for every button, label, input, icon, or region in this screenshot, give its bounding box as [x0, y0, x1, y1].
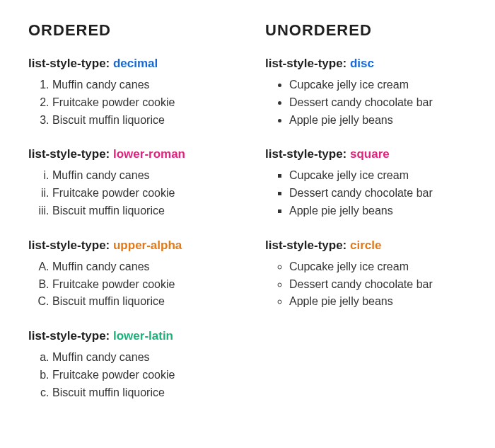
list-item: Cupcake jelly ice cream [289, 258, 467, 276]
list-item: Biscuit muffin liquorice [52, 112, 230, 130]
block-title-circle: list-style-type: circle [265, 239, 467, 253]
block-prop-label: list-style-type: [28, 329, 110, 343]
block-value-decimal: decimal [113, 57, 158, 70]
block-disc: list-style-type: disc Cupcake jelly ice … [265, 57, 467, 129]
list-item: Fruitcake powder cookie [52, 94, 230, 112]
list-item: Muffin candy canes [52, 349, 230, 367]
list-item: Biscuit muffin liquorice [52, 202, 230, 220]
block-title-decimal: list-style-type: decimal [28, 57, 230, 71]
block-value-lower-latin: lower-latin [113, 329, 173, 343]
block-value-disc: disc [350, 57, 374, 70]
ordered-heading: ORDERED [28, 21, 230, 40]
list-item: Apple pie jelly beans [289, 293, 467, 311]
list-item: Biscuit muffin liquorice [52, 293, 230, 311]
block-lower-latin: list-style-type: lower-latin Muffin cand… [28, 329, 230, 401]
list-item: Dessert candy chocolate bar [289, 276, 467, 294]
list-item: Cupcake jelly ice cream [289, 167, 467, 185]
list-item: Apple pie jelly beans [289, 112, 467, 130]
list-item: Muffin candy canes [52, 167, 230, 185]
block-square: list-style-type: square Cupcake jelly ic… [265, 147, 467, 219]
list-circle: Cupcake jelly ice cream Dessert candy ch… [265, 258, 467, 311]
block-prop-label: list-style-type: [265, 147, 346, 161]
list-square: Cupcake jelly ice cream Dessert candy ch… [265, 167, 467, 219]
ordered-column: ORDERED list-style-type: decimal Muffin … [28, 21, 230, 420]
block-value-lower-roman: lower-roman [113, 147, 185, 161]
list-upper-alpha: Muffin candy canes Fruitcake powder cook… [28, 258, 230, 311]
list-item: Dessert candy chocolate bar [289, 185, 467, 202]
list-item: Apple pie jelly beans [289, 202, 467, 220]
list-item: Fruitcake powder cookie [52, 367, 230, 384]
list-lower-latin: Muffin candy canes Fruitcake powder cook… [28, 349, 230, 401]
list-item: Cupcake jelly ice cream [289, 76, 467, 94]
block-prop-label: list-style-type: [28, 147, 110, 161]
unordered-heading: UNORDERED [265, 21, 467, 40]
block-lower-roman: list-style-type: lower-roman Muffin cand… [28, 147, 230, 219]
block-value-circle: circle [350, 239, 381, 252]
list-item: Fruitcake powder cookie [52, 185, 230, 202]
list-item: Fruitcake powder cookie [52, 276, 230, 294]
block-value-square: square [350, 147, 390, 161]
list-lower-roman: Muffin candy canes Fruitcake powder cook… [28, 167, 230, 219]
block-value-upper-alpha: upper-alpha [113, 239, 182, 252]
list-decimal: Muffin candy canes Fruitcake powder cook… [28, 76, 230, 129]
block-prop-label: list-style-type: [28, 239, 110, 252]
unordered-column: UNORDERED list-style-type: disc Cupcake … [265, 21, 467, 420]
block-title-upper-alpha: list-style-type: upper-alpha [28, 239, 230, 253]
block-title-lower-roman: list-style-type: lower-roman [28, 147, 230, 161]
block-upper-alpha: list-style-type: upper-alpha Muffin cand… [28, 239, 230, 311]
block-prop-label: list-style-type: [265, 239, 346, 252]
block-decimal: list-style-type: decimal Muffin candy ca… [28, 57, 230, 129]
block-prop-label: list-style-type: [265, 57, 346, 70]
block-title-disc: list-style-type: disc [265, 57, 467, 71]
block-title-square: list-style-type: square [265, 147, 467, 161]
list-item: Muffin candy canes [52, 258, 230, 276]
list-item: Dessert candy chocolate bar [289, 94, 467, 112]
block-prop-label: list-style-type: [28, 57, 110, 70]
list-item: Biscuit muffin liquorice [52, 384, 230, 402]
columns-container: ORDERED list-style-type: decimal Muffin … [28, 21, 467, 420]
list-item: Muffin candy canes [52, 76, 230, 94]
list-disc: Cupcake jelly ice cream Dessert candy ch… [265, 76, 467, 129]
block-circle: list-style-type: circle Cupcake jelly ic… [265, 239, 467, 311]
block-title-lower-latin: list-style-type: lower-latin [28, 329, 230, 343]
